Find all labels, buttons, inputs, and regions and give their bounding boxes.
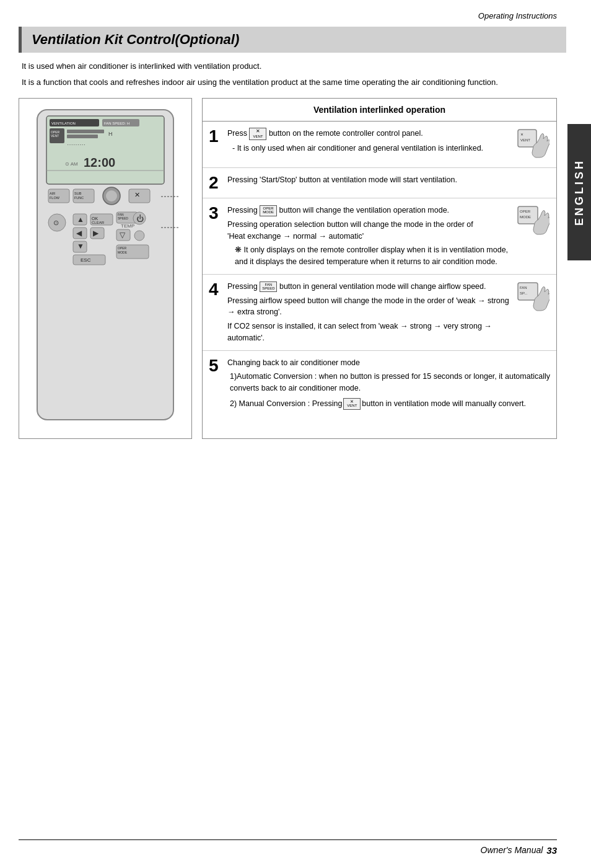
svg-text:MODE: MODE (118, 250, 128, 254)
intro-line-2: It is a function that cools and refreshe… (22, 76, 557, 89)
svg-text:SUB: SUB (74, 192, 82, 195)
step-3-content: Pressing OPER MODE button will change th… (227, 205, 511, 268)
footer: Owner's Manual 33 (19, 839, 557, 856)
svg-text:✕: ✕ (134, 191, 140, 198)
step-3-text: Pressing (227, 206, 258, 215)
main-content: VENTILATION FAN SPEED: H OPER VENT H ⋯⋯⋯ (0, 88, 591, 449)
step-1-content: Press ✕ VENT button on the remote contro… (227, 128, 511, 154)
step-5-line-3: 2) Manual Conversion : Pressing (230, 398, 342, 410)
svg-point-23 (106, 190, 117, 202)
step-1-number: 1 (209, 128, 222, 145)
step-1-sub: - It is only used when air conditioner a… (227, 143, 511, 154)
step-3-line-3: ❋ It only displays on the remote control… (227, 244, 511, 268)
step-2: 2 Pressing 'Start/Stop' button at ventil… (203, 168, 556, 198)
remote-control-svg: VENTILATION FAN SPEED: H OPER VENT H ⋯⋯⋯ (31, 104, 180, 432)
step-5: 5 Changing back to air conditioner mode … (203, 351, 556, 416)
svg-point-49 (134, 231, 144, 241)
step-5-number: 5 (209, 357, 222, 374)
step-2-content: Pressing 'Start/Stop' button at ventilat… (227, 174, 550, 186)
svg-text:⊙ AM: ⊙ AM (65, 161, 78, 167)
remote-wrapper: VENTILATION FAN SPEED: H OPER VENT H ⋯⋯⋯ (24, 104, 186, 432)
svg-text:SP...: SP... (520, 291, 528, 295)
svg-text:⏻: ⏻ (136, 215, 144, 223)
svg-text:FLOW: FLOW (50, 196, 60, 200)
page-container: ENGLISH Operating Instructions Ventilati… (0, 0, 591, 868)
intro-line-1: It is used when air conditioner is inter… (22, 60, 557, 73)
side-tab: ENGLISH (567, 124, 591, 260)
step-3-line-2: 'Heat exchange → normal → automatic' (227, 231, 511, 242)
svg-rect-9 (67, 130, 104, 133)
intro-text: It is used when air conditioner is inter… (0, 53, 591, 88)
step-3: 3 Pressing OPER MODE button will change … (203, 198, 556, 275)
step-1: 1 Press ✕ VENT button on the remote cont… (203, 122, 556, 168)
svg-text:H: H (108, 131, 113, 137)
remote-control-panel: VENTILATION FAN SPEED: H OPER VENT H ⋯⋯⋯ (19, 98, 192, 439)
svg-text:✕: ✕ (520, 133, 523, 136)
step-3-line-1: Pressing operation selection button will… (227, 219, 511, 231)
step-2-text: Pressing 'Start/Stop' button at ventilat… (227, 175, 457, 184)
svg-text:▶: ▶ (93, 229, 99, 237)
svg-text:⊙: ⊙ (53, 219, 59, 226)
step-2-number: 2 (209, 174, 222, 192)
step-4-line-1: Pressing airflow speed button will chang… (227, 295, 511, 319)
step-3-number: 3 (209, 205, 222, 222)
svg-text:OPER: OPER (520, 210, 531, 213)
vent-finger-icon: ✕ VENT (517, 129, 549, 161)
step-5-line-1: Changing back to air conditioner mode (227, 357, 550, 369)
footer-label: Owner's Manual (481, 845, 543, 856)
step-4-text: Pressing (227, 282, 258, 291)
svg-text:MODE: MODE (520, 215, 531, 219)
svg-text:◀: ◀ (76, 229, 82, 237)
svg-text:OK: OK (92, 216, 98, 221)
side-tab-label: ENGLISH (573, 159, 586, 226)
step-1-text-before: Press (227, 129, 247, 138)
step-4-extra: Pressing airflow speed button will chang… (227, 295, 511, 344)
right-panel: Ventilation interlinked operation 1 Pres… (202, 98, 557, 439)
step-1-icon: ✕ VENT (516, 128, 550, 161)
step-5-manual: 2) Manual Conversion : Pressing ✕ VENT b… (227, 398, 550, 410)
svg-text:FAN SPEED: H: FAN SPEED: H (104, 122, 129, 125)
step-3-icon: OPER MODE (516, 205, 550, 238)
step-3-oper-btn: OPER MODE (260, 205, 277, 216)
step-1-text-after: button on the remote controller control … (269, 129, 423, 138)
svg-text:SPEED: SPEED (118, 216, 128, 220)
svg-text:VENT: VENT (520, 138, 530, 142)
svg-text:▽: ▽ (120, 231, 126, 239)
step-1-vent-btn: ✕ VENT (249, 128, 266, 140)
svg-text:VENTILATION: VENTILATION (51, 122, 76, 125)
footer-page: 33 (546, 845, 557, 856)
svg-text:⋯⋯⋯: ⋯⋯⋯ (67, 141, 85, 148)
step-4-icon: FAN SP... (516, 281, 550, 314)
svg-text:▲: ▲ (77, 215, 84, 224)
ventilation-header: Ventilation interlinked operation (203, 99, 556, 122)
step-4: 4 Pressing FAN SPEED button in general v… (203, 275, 556, 351)
svg-text:CLEAR: CLEAR (92, 221, 105, 224)
title-section: Ventilation Kit Control(Optional) (19, 27, 566, 53)
page-title: Ventilation Kit Control(Optional) (32, 32, 556, 48)
step-4-number: 4 (209, 281, 222, 298)
svg-text:▼: ▼ (77, 242, 84, 250)
steps-container: 1 Press ✕ VENT button on the remote cont… (203, 122, 556, 416)
step-4-text2: button in general ventilation mode will … (279, 282, 486, 291)
svg-rect-10 (67, 135, 98, 138)
svg-text:TEMP: TEMP (121, 223, 134, 229)
fan-finger-icon: FAN SP... (517, 282, 549, 314)
svg-text:VENT: VENT (51, 134, 59, 138)
step-5-line-2: 1)Automatic Conversion : when no button … (227, 371, 550, 394)
svg-text:ESC: ESC (81, 257, 91, 263)
step-4-line-2: If CO2 sensor is installed, it can selec… (227, 321, 511, 344)
step-4-content: Pressing FAN SPEED button in general ven… (227, 281, 511, 344)
step-3-extra: Pressing operation selection button will… (227, 219, 511, 268)
step-5-line-4: button in ventilation mode will manually… (362, 398, 526, 410)
svg-text:FAN: FAN (520, 286, 527, 290)
step-3-text2: button will change the ventilation opera… (279, 206, 450, 215)
svg-text:OPER: OPER (118, 246, 127, 250)
svg-text:AIR: AIR (50, 192, 55, 195)
step-4-fan-btn: FAN SPEED (260, 281, 277, 293)
header-label: Operating Instructions (478, 11, 557, 20)
page-header: Operating Instructions (0, 0, 591, 24)
svg-text:12:00: 12:00 (84, 156, 115, 169)
step-5-content: Changing back to air conditioner mode 1)… (227, 357, 550, 410)
step-5-vent-btn: ✕ VENT (343, 398, 361, 410)
svg-text:FUNC: FUNC (74, 196, 84, 200)
